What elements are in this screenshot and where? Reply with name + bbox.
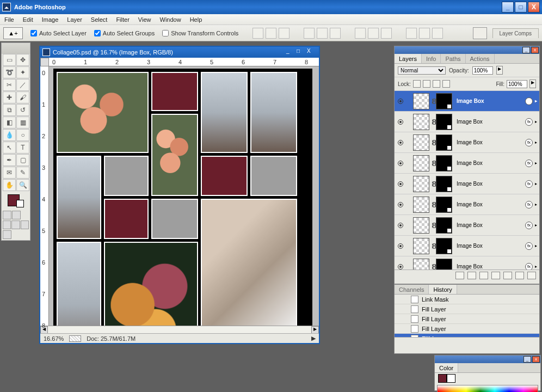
layer-name[interactable]: Image Box <box>454 201 523 207</box>
chevron-right-icon[interactable]: ▸ <box>535 99 537 103</box>
layer-row[interactable]: 𝟴Image Boxfx▸ <box>395 236 539 256</box>
collage-cell[interactable] <box>151 199 198 239</box>
lock-pixels-icon[interactable] <box>423 80 430 88</box>
collage-cell[interactable] <box>104 156 149 196</box>
history-item[interactable]: Fill Layer <box>395 314 539 324</box>
paths-tab[interactable]: Paths <box>441 54 465 63</box>
layer-effects-icon[interactable]: fx <box>525 242 533 250</box>
minimize-button[interactable]: _ <box>502 2 514 13</box>
align-vcenter-icon[interactable] <box>266 28 276 39</box>
panel-titlebar[interactable]: _ x <box>435 356 540 363</box>
path-tool-icon[interactable]: ↖ <box>3 142 16 154</box>
layer-row[interactable]: 𝟴Image Boxfx▸ <box>395 256 539 270</box>
maximize-button[interactable]: □ <box>515 2 527 13</box>
visibility-eye-icon[interactable] <box>397 139 404 146</box>
layer-mask-thumbnail[interactable] <box>436 197 452 213</box>
layer-row[interactable]: 𝟴Image Boxfx▸ <box>395 153 539 174</box>
info-tab[interactable]: Info <box>422 54 441 63</box>
layer-row[interactable]: 𝟴Image Boxfx▸ <box>395 112 539 132</box>
lock-transparency-icon[interactable] <box>413 80 421 88</box>
collage-cell[interactable] <box>201 72 248 153</box>
align-right-icon[interactable] <box>330 28 341 39</box>
layer-row[interactable]: 𝟴Image Boxfx▸ <box>395 174 539 194</box>
hand-tool-icon[interactable]: ✋ <box>3 179 16 191</box>
collage-cell[interactable] <box>201 156 248 196</box>
slice-tool-icon[interactable]: ／ <box>16 79 29 91</box>
layer-effects-icon[interactable]: fx <box>525 160 533 167</box>
color-background-swatch[interactable] <box>447 374 455 383</box>
fill-input[interactable] <box>507 80 527 88</box>
collage-cell[interactable] <box>104 199 149 239</box>
layers-tab[interactable]: Layers <box>395 54 422 63</box>
layer-name[interactable]: Image Box <box>454 222 523 228</box>
zoom-tool-icon[interactable]: 🔍 <box>16 179 29 191</box>
opacity-input[interactable] <box>472 66 493 75</box>
link-layers-icon[interactable] <box>455 272 464 279</box>
crop-tool-icon[interactable]: ✂ <box>3 79 16 91</box>
marquee-tool-icon[interactable]: ▭ <box>3 54 16 66</box>
quickmask-mode-icon[interactable] <box>12 211 21 219</box>
visibility-eye-icon[interactable] <box>397 118 404 126</box>
chevron-right-icon[interactable]: ▸ <box>535 202 537 207</box>
ruler-horizontal[interactable]: 0 1 2 3 4 5 6 7 8 <box>49 58 319 66</box>
document-titlebar[interactable]: Collage05.psd @ 16.7% (Image Box, RGB/8)… <box>40 47 319 58</box>
zoom-level[interactable]: 16.67% <box>44 335 64 342</box>
pen-tool-icon[interactable]: ✒ <box>3 154 16 166</box>
layer-name[interactable]: Image Box <box>454 181 523 187</box>
new-layer-icon[interactable] <box>515 272 524 279</box>
layer-effects-icon[interactable]: fx <box>525 263 533 270</box>
color-swatches[interactable] <box>2 192 30 210</box>
eyedropper-tool-icon[interactable]: ✎ <box>16 167 29 179</box>
auto-select-layer-checkbox[interactable]: Auto Select Layer <box>30 30 87 36</box>
layer-effects-icon[interactable]: fx <box>525 118 533 126</box>
move-tool-indicator[interactable]: ▲+ <box>3 27 23 39</box>
chevron-right-icon[interactable]: ▸ <box>535 181 537 186</box>
layer-name[interactable]: Image Box <box>454 160 523 166</box>
layer-effects-icon[interactable]: fx <box>525 97 533 105</box>
lock-all-icon[interactable] <box>442 80 450 88</box>
visibility-eye-icon[interactable] <box>397 180 404 188</box>
layer-row[interactable]: 𝟴Image Boxfx▸ <box>395 215 539 236</box>
visibility-eye-icon[interactable] <box>397 263 404 270</box>
status-arrow-icon[interactable]: ▶ <box>311 335 316 342</box>
menu-window[interactable]: Window <box>160 16 181 23</box>
actions-tab[interactable]: Actions <box>466 54 495 63</box>
layer-mask-thumbnail[interactable] <box>436 176 452 192</box>
history-list[interactable]: Link MaskFill LayerFill LayerFill LayerF… <box>395 295 539 337</box>
imageready-icon[interactable] <box>3 230 11 239</box>
menu-filter[interactable]: Filter <box>116 16 129 23</box>
history-item[interactable]: Fill Layer <box>395 324 539 334</box>
panel-close-button[interactable]: x <box>531 47 539 53</box>
collage-cell[interactable] <box>57 156 101 239</box>
brush-tool-icon[interactable]: 🖌 <box>16 91 29 103</box>
dodge-tool-icon[interactable]: ○ <box>16 129 29 141</box>
distribute-vcenter-icon[interactable] <box>368 28 379 39</box>
layer-effects-icon[interactable]: fx <box>525 201 533 209</box>
panel-close-button[interactable]: x <box>532 356 540 363</box>
layer-mask-thumbnail[interactable] <box>436 155 452 171</box>
background-swatch[interactable] <box>16 200 24 207</box>
layer-thumbnail[interactable] <box>413 217 429 234</box>
menu-file[interactable]: File <box>4 16 14 23</box>
doc-minimize-button[interactable]: _ <box>286 48 296 57</box>
layer-effects-icon[interactable]: fx <box>525 222 533 229</box>
doc-size-readout[interactable]: Doc: 25.7M/61.7M <box>87 335 136 342</box>
layer-list[interactable]: 𝟴Image Boxfx▸𝟴Image Boxfx▸𝟴Image Boxfx▸𝟴… <box>395 91 539 270</box>
fill-arrow-icon[interactable]: ▶ <box>529 79 536 88</box>
layer-thumbnail[interactable] <box>413 176 429 192</box>
canvas-area[interactable] <box>49 66 319 326</box>
panel-minimize-button[interactable]: _ <box>523 356 531 363</box>
collage-canvas[interactable] <box>53 69 312 326</box>
layer-thumbnail[interactable] <box>413 197 429 213</box>
layer-style-icon[interactable] <box>467 272 476 279</box>
layer-effects-icon[interactable]: fx <box>525 139 533 146</box>
gradient-tool-icon[interactable]: ▦ <box>16 117 29 128</box>
chevron-right-icon[interactable]: ▸ <box>535 161 537 166</box>
wand-tool-icon[interactable]: ✦ <box>16 66 29 78</box>
distribute-left-icon[interactable] <box>406 28 417 39</box>
notes-tool-icon[interactable]: ✉ <box>3 167 16 179</box>
layer-mask-icon[interactable] <box>479 272 488 279</box>
collage-cell[interactable] <box>104 242 198 326</box>
menu-select[interactable]: Select <box>91 16 108 23</box>
opacity-arrow-icon[interactable]: ▶ <box>496 66 503 75</box>
